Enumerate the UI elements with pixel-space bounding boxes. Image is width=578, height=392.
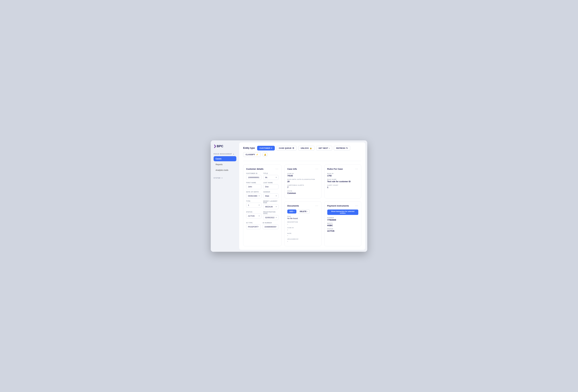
rule-name-row: RULE NAME Test rule for customer ID	[327, 178, 358, 183]
firstname-lastname-group: FIRST NAME LAST NAME	[246, 182, 279, 189]
payment-instruments-menu-icon[interactable]: ···	[355, 204, 358, 207]
logo-text: BPC	[217, 144, 223, 148]
id-type-select[interactable]: PASSPORT ▾	[246, 224, 261, 229]
notification-button[interactable]: 🔔	[262, 152, 268, 157]
documents-header: Documents ···	[287, 204, 318, 207]
pi-number-row: NUMBER 77563949	[327, 217, 358, 221]
lock-icon: 🔒	[310, 147, 312, 149]
status-regdate-group: STATUS ACTIVE ▾ REGISTRATION DATE 02/05/…	[246, 211, 279, 220]
gender-select[interactable]: Male ▾	[263, 193, 279, 198]
state-row: STATE Common	[287, 190, 318, 194]
days-row: DAYS UNTIL AUTO-CLASSIFICATION 20	[287, 178, 318, 183]
customer-id-field: CUSTOMER ID	[246, 173, 261, 180]
alert-count-row: ALERT COUNT 1	[327, 184, 358, 188]
gender-field: GENDER Male ▾	[263, 191, 279, 198]
title-select[interactable]: Mr. ▾	[263, 175, 279, 180]
idtype-idnumber-group: ID TYPE PASSPORT ▾ ID NUMBER 33488696000…	[246, 222, 279, 229]
unlock-button[interactable]: UNLOCK 🔒	[298, 146, 314, 150]
add-document-button[interactable]: ADD +	[287, 210, 296, 214]
customer-details-menu-icon[interactable]: ···	[276, 167, 279, 171]
last-name-field: LAST NAME	[263, 182, 279, 189]
documents-menu-icon[interactable]: ···	[315, 204, 318, 207]
payment-instruments-title: Payment instruments	[327, 205, 349, 207]
dob-chevron-icon: ▾	[259, 195, 260, 197]
lightning-icon: ⚡	[256, 153, 258, 156]
customer-id-title-group: CUSTOMER ID TITLE Mr. ▾	[246, 173, 279, 180]
last-name-input[interactable]	[263, 184, 279, 189]
header-bar: Entity type CUSTOMER ▾ CASE QUEUE ☰ UNLO…	[243, 146, 361, 157]
documents-title: Documents	[287, 205, 299, 207]
pi-status-row: STATUS ACTIVE	[327, 228, 358, 232]
case-id-row: CASE ID 74142	[287, 173, 318, 177]
reg-date-field: REGISTRATION DATE 02/05/2022 ▾	[263, 211, 279, 220]
sidebar-item-analytics[interactable]: Analytics tools	[214, 168, 236, 173]
rules-card: Rules For Case ··· RULE ID 1792 RULE NAM…	[324, 164, 361, 198]
fraud-management-section: FRAUD MANAGEMENT ▲ Cases Reports Analyti…	[214, 153, 236, 173]
main-content: Entity type CUSTOMER ▾ CASE QUEUE ☰ UNLO…	[239, 142, 365, 250]
customer-dropdown-button[interactable]: CUSTOMER ▾	[257, 146, 275, 150]
title-field: TITLE Mr. ▾	[263, 173, 279, 180]
status-field: STATUS ACTIVE ▾	[246, 211, 261, 220]
sidebar-item-cases[interactable]: Cases	[214, 156, 236, 161]
cards-grid: Customer details ··· CUSTOMER ID TITLE M…	[243, 164, 361, 246]
arrow-right-icon: ›	[329, 147, 330, 149]
system-chevron-icon: ▼	[221, 177, 223, 179]
documents-card: Documents ··· ADD + DELETE - FILE No fil…	[284, 201, 321, 246]
money-laundry-field: MONEY LAUNDRY RISK MEDIUM ▾	[263, 200, 279, 209]
alerts-row: ALERTS/MAX ALERTS 7	[287, 184, 318, 188]
doc-case-id-row: CASE ID -	[287, 227, 318, 231]
system-label: SYSTEM ▼	[214, 177, 236, 179]
description-row: DESCRIPTION -	[287, 221, 318, 225]
logo: ❯ BPC	[214, 144, 236, 148]
bell-icon: 🔔	[264, 153, 266, 156]
id-type-chevron-icon: ▾	[258, 226, 259, 228]
queue-icon: ☰	[292, 147, 294, 149]
delete-document-button[interactable]: DELETE -	[297, 210, 310, 214]
get-next-button[interactable]: GET NEXT ›	[316, 146, 332, 150]
type-chevron-icon: ▾	[259, 204, 260, 206]
case-info-menu-icon[interactable]: ···	[315, 167, 318, 171]
file-row: FILE No file found	[287, 216, 318, 219]
id-type-field: ID TYPE PASSPORT ▾	[246, 222, 261, 229]
classify-button[interactable]: CLASSIFY ⚡	[243, 152, 261, 157]
dob-gender-group: DATE OF BIRTH 05/06/1980 ▾ GENDER Male ▾	[246, 191, 279, 198]
money-laundry-select[interactable]: MEDIUM ▾	[263, 204, 279, 209]
payment-instruments-header: Payment instruments ···	[327, 204, 358, 207]
header-divider	[243, 161, 361, 161]
dob-select[interactable]: 05/06/1980 ▾	[246, 193, 261, 198]
reg-date-select[interactable]: 02/05/2022 ▾	[263, 215, 279, 220]
sidebar-item-reports[interactable]: Reports	[214, 162, 236, 167]
rule-id-row: RULE ID 1792	[327, 173, 358, 177]
documents-buttons: ADD + DELETE -	[287, 210, 318, 214]
customer-details-header: Customer details ···	[246, 167, 279, 171]
dob-field: DATE OF BIRTH 05/06/1980 ▾	[246, 191, 261, 198]
customer-id-input[interactable]	[246, 175, 261, 180]
rules-menu-icon[interactable]: ···	[355, 167, 358, 171]
pi-entity-row: ENTITY HSBC	[327, 222, 358, 227]
reg-date-chevron-icon: ▾	[276, 217, 277, 218]
gender-chevron-icon: ▾	[276, 195, 277, 197]
id-number-chevron-icon: ▾	[276, 226, 277, 228]
type-select[interactable]: 1 ▾	[246, 203, 261, 208]
chevron-down-icon: ▾	[271, 147, 272, 149]
title-chevron-icon: ▾	[276, 176, 277, 178]
case-queue-button[interactable]: CASE QUEUE ☰	[277, 146, 296, 150]
first-name-input[interactable]	[246, 184, 261, 189]
customer-details-card: Customer details ··· CUSTOMER ID TITLE M…	[243, 164, 282, 246]
doc-date-row: DATE -	[287, 233, 318, 237]
payment-instruments-card: Payment instruments ··· Show transaction…	[324, 201, 361, 246]
system-section: SYSTEM ▼	[214, 177, 236, 179]
status-select[interactable]: ACTIVE ▾	[246, 214, 261, 218]
type-moneyrisk-group: TYPE 1 ▾ MONEY LAUNDRY RISK MEDIUM ▾	[246, 200, 279, 209]
rules-title: Rules For Case	[327, 168, 343, 170]
logo-chevron-icon: ❯	[214, 144, 216, 148]
fraud-management-label: FRAUD MANAGEMENT ▲	[214, 153, 236, 155]
refresh-button[interactable]: REFRESH ↻	[334, 146, 350, 150]
show-transactions-button[interactable]: Show transaction for selected entities	[327, 210, 358, 215]
type-field: TYPE 1 ▾	[246, 200, 261, 209]
id-number-field: ID NUMBER 33488696000 ▾	[263, 222, 279, 229]
case-info-header: Case info ···	[287, 167, 318, 171]
status-chevron-icon: ▾	[259, 215, 260, 217]
id-number-select[interactable]: 33488696000 ▾	[263, 224, 279, 229]
sidebar: ❯ BPC FRAUD MANAGEMENT ▲ Cases Reports A…	[211, 140, 239, 252]
